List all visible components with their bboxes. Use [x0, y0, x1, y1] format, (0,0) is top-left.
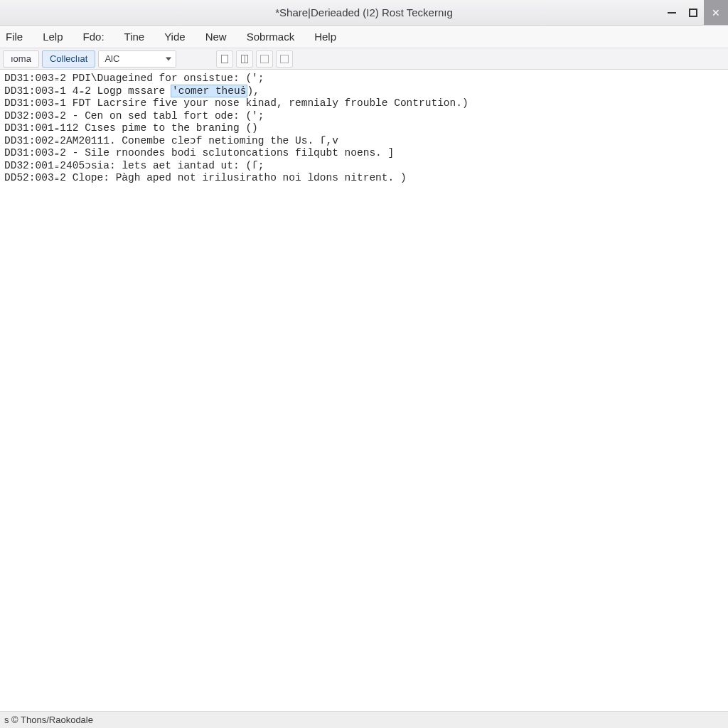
toolbar-split-icon[interactable]	[236, 50, 253, 68]
editor-line[interactable]: DD52:003₌2 Clope: Pàgh aped not irilusir…	[4, 172, 724, 185]
menu-new[interactable]: New	[196, 26, 237, 48]
selection-highlight: 'comer theuṡ	[171, 85, 247, 97]
close-button[interactable]	[704, 0, 728, 25]
toolbar-doc-icon[interactable]	[216, 50, 233, 68]
line-text: DD31:001₌112 Cıses pime to the braning (…	[4, 122, 258, 134]
editor-area[interactable]: DD31:003₌2 PDI\Duageined for onsistue: (…	[0, 70, 728, 711]
toolbar-box1-icon[interactable]	[256, 50, 273, 68]
line-text: DD52:003₌2 Clope: Pàgh aped not irilusir…	[4, 172, 407, 183]
minimize-button[interactable]	[661, 0, 682, 25]
menu-lelp[interactable]: Lelp	[33, 26, 73, 48]
menu-sobrmack[interactable]: Sobrmack	[237, 26, 305, 48]
menu-bar: File Lelp Fdo: Tine Yide New Sobrmack He…	[0, 26, 728, 48]
editor-line[interactable]: DD32:003₌2 - Cen on sed tabl fort ode: (…	[4, 110, 724, 123]
line-text: DD31:003₌1 FDT Lacrsire five your nose k…	[4, 97, 469, 109]
editor-line[interactable]: DD31:003₌2 PDI\Duageined for onsistue: (…	[4, 73, 724, 85]
window-title: *Share|Derieaded (I2) Rost Teckernıg	[0, 6, 728, 18]
box-icon	[280, 55, 289, 63]
line-text: ),	[247, 85, 259, 97]
line-text: DD31:003₌2 PDI\Duageined for onsistue: (…	[4, 73, 264, 84]
toolbar-box2-icon[interactable]	[276, 50, 293, 68]
document-icon	[221, 55, 228, 63]
menu-fdo[interactable]: Fdo:	[73, 26, 114, 48]
line-text: DD31:002₌2AM20111. Conembe cleɔf netiomi…	[4, 135, 338, 146]
box-icon	[260, 55, 269, 63]
line-text: DD31:003₌2 - Sile rnoondes bodi sclutonc…	[4, 147, 394, 159]
toolbar-select-value: AlC	[105, 53, 119, 64]
maximize-button[interactable]	[682, 0, 704, 25]
window-controls	[661, 0, 728, 25]
toolbar-tab-2[interactable]: Colleclıat	[42, 50, 95, 68]
menu-help[interactable]: Help	[304, 26, 346, 48]
status-text: s © Thons/Raokodale	[4, 714, 93, 725]
status-bar: s © Thons/Raokodale	[0, 711, 728, 728]
line-text: DD32:001₌2405ɔsia: lets aet iantad ut: (…	[4, 160, 264, 171]
editor-line[interactable]: DD31:003₌2 - Sile rnoondes bodi sclutonc…	[4, 147, 724, 160]
line-text: DD32:003₌2 - Cen on sed tabl fort ode: (…	[4, 110, 264, 122]
toolbar-tab-1[interactable]: ıoma	[3, 50, 39, 68]
line-text: DD31:003₌1 4₌2 Logp mssare	[4, 85, 171, 97]
split-icon	[241, 55, 248, 63]
toolbar-select[interactable]: AlC	[98, 50, 176, 68]
editor-line[interactable]: DD31:003₌1 FDT Lacrsire five your nose k…	[4, 97, 724, 110]
editor-line[interactable]: DD31:003₌1 4₌2 Logp mssare 'comer theuṡ)…	[4, 85, 724, 98]
menu-file[interactable]: File	[0, 26, 33, 48]
toolbar: ıoma Colleclıat AlC	[0, 48, 728, 70]
editor-line[interactable]: DD32:001₌2405ɔsia: lets aet iantad ut: (…	[4, 160, 724, 173]
editor-line[interactable]: DD31:001₌112 Cıses pime to the braning (…	[4, 122, 724, 135]
menu-yide[interactable]: Yide	[154, 26, 195, 48]
menu-tine[interactable]: Tine	[114, 26, 155, 48]
editor-line[interactable]: DD31:002₌2AM20111. Conembe cleɔf netiomi…	[4, 135, 724, 148]
title-bar: *Share|Derieaded (I2) Rost Teckernıg	[0, 0, 728, 26]
